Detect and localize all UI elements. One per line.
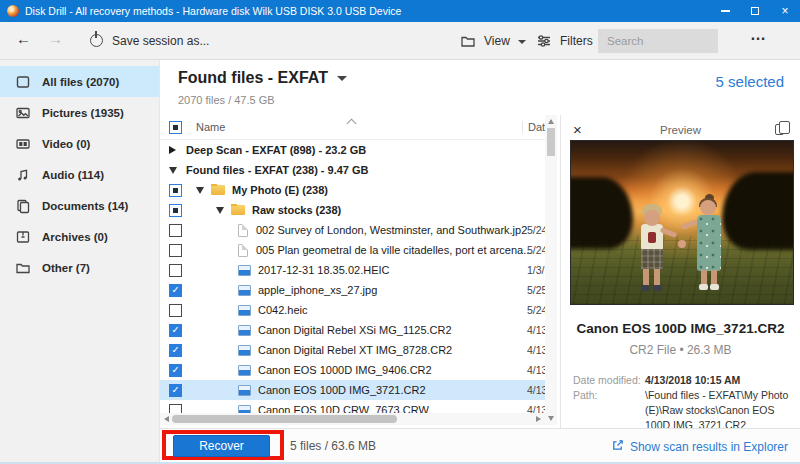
sidebar-item-archives[interactable]: Archives (0) — [0, 221, 159, 252]
row-checkbox[interactable] — [169, 304, 182, 317]
sidebar-item-label: Archives (0) — [42, 231, 108, 243]
save-session-button[interactable]: Save session as... — [112, 34, 209, 48]
save-session-icon[interactable] — [90, 34, 103, 47]
filters-button[interactable]: Filters — [560, 34, 593, 48]
main-panel: Found files - EXFAT 2070 files / 47.5 GB… — [160, 60, 800, 464]
row-checkbox[interactable] — [169, 404, 182, 414]
file-row[interactable]: Found files - EXFAT (238) - 9.47 GB — [160, 160, 545, 180]
sidebar-item-video[interactable]: Video (0) — [0, 128, 159, 159]
file-name-cell: 2017-12-31 18.35.02.HEIC — [186, 264, 545, 276]
row-checkbox[interactable] — [169, 184, 182, 197]
scroll-right-icon[interactable] — [536, 416, 541, 422]
sidebar-item-pictures[interactable]: Pictures (1935) — [0, 97, 159, 128]
horizontal-scrollbar-thumb[interactable] — [172, 415, 397, 423]
close-button[interactable]: × — [770, 0, 800, 22]
toolbar: ← → Save session as... View Filters … — [0, 22, 800, 60]
minimize-button[interactable] — [710, 0, 740, 22]
all-files-icon — [14, 73, 31, 90]
more-options-button[interactable]: … — [750, 26, 767, 44]
file-row[interactable]: Raw stocks (238) — [160, 200, 545, 220]
file-name: Canon EOS 10D CRW_7673.CRW — [258, 404, 429, 413]
row-checkbox[interactable] — [169, 224, 182, 237]
file-row[interactable]: Canon EOS 10D CRW_7673.CRW4/13 — [160, 400, 545, 413]
horizontal-scrollbar[interactable] — [160, 413, 545, 425]
file-row[interactable]: My Photo (E) (238) — [160, 180, 545, 200]
doc-file-icon — [238, 224, 248, 237]
column-header-name[interactable]: Name — [196, 121, 225, 133]
sort-caret-icon — [347, 119, 357, 129]
image-file-icon — [238, 305, 251, 316]
expander-icon[interactable] — [169, 146, 176, 154]
file-date: 4/13 — [527, 404, 545, 413]
row-checkbox[interactable] — [169, 204, 182, 217]
folder-icon — [231, 205, 245, 215]
file-row[interactable]: Deep Scan - EXFAT (898) - 23.2 GB — [160, 140, 545, 160]
file-name-cell: Canon Digital Rebel XT IMG_8728.CR2 — [186, 344, 545, 356]
row-checkbox[interactable] — [169, 244, 182, 257]
popout-preview-icon[interactable] — [775, 124, 784, 135]
photo-child-left — [634, 204, 670, 292]
file-date: 5/24 — [527, 224, 545, 236]
file-name: 005 Plan geometral de la ville citadelle… — [256, 244, 532, 256]
scroll-left-icon[interactable] — [164, 416, 169, 422]
show-in-explorer-link[interactable]: Show scan results in Explorer — [611, 429, 788, 464]
recover-button[interactable]: Recover — [173, 435, 270, 457]
file-row[interactable]: 002 Survey of London, Westminster, and S… — [160, 220, 545, 240]
file-name-cell: C042.heic — [186, 304, 545, 316]
row-checkbox[interactable]: ✓ — [169, 384, 182, 397]
file-row[interactable]: C042.heic5/24 — [160, 300, 545, 320]
vertical-scrollbar[interactable] — [545, 115, 557, 425]
file-name-cell: Deep Scan - EXFAT (898) - 23.2 GB — [186, 144, 545, 156]
row-checkbox[interactable]: ✓ — [169, 284, 182, 297]
maximize-button[interactable] — [740, 0, 770, 22]
sidebar-item-other[interactable]: Other (7) — [0, 252, 159, 283]
file-name-cell: Canon Digital Rebel XSi MG_1125.CR2 — [186, 324, 545, 336]
file-row[interactable]: ✓Canon EOS 100D IMG_3721.CR24/13 — [160, 380, 545, 400]
file-name: Raw stocks (238) — [252, 204, 341, 216]
sidebar-item-all-files[interactable]: All files (2070) — [0, 66, 159, 97]
expander-icon[interactable] — [216, 207, 224, 214]
expander-icon[interactable] — [169, 167, 177, 174]
row-checkbox[interactable]: ✓ — [169, 344, 182, 357]
scroll-up-icon[interactable] — [548, 119, 554, 124]
file-row[interactable]: ✓Canon Digital Rebel XSi MG_1125.CR24/13 — [160, 320, 545, 340]
file-row[interactable]: ✓apple_iphone_xs_27.jpg5/25 — [160, 280, 545, 300]
image-file-icon — [238, 385, 251, 396]
selected-count: 5 selected — [716, 73, 784, 90]
file-row[interactable]: 2017-12-31 18.35.02.HEIC1/3/ — [160, 260, 545, 280]
row-gutter — [160, 264, 186, 277]
preview-file-name: Canon EOS 100D IMG_3721.CR2 — [561, 321, 800, 336]
image-file-icon — [238, 325, 251, 336]
preview-file-info: CR2 File • 26.3 MB — [561, 343, 800, 357]
row-checkbox[interactable]: ✓ — [169, 364, 182, 377]
file-name-cell: Canon EOS 100D IMG_3721.CR2 — [186, 384, 545, 396]
sidebar-item-documents[interactable]: Documents (14) — [0, 190, 159, 221]
pictures-icon — [14, 104, 31, 121]
sidebar-item-label: Documents (14) — [42, 200, 128, 212]
file-date: 4/13 — [527, 364, 545, 376]
minimize-icon — [721, 10, 730, 12]
scan-source-title[interactable]: Found files - EXFAT — [178, 69, 347, 87]
sidebar-item-audio[interactable]: Audio (114) — [0, 159, 159, 190]
archives-icon — [14, 228, 31, 245]
chevron-down-icon — [518, 40, 526, 44]
row-checkbox[interactable] — [169, 264, 182, 277]
select-all-checkbox[interactable] — [169, 121, 182, 134]
file-row[interactable]: ✓Canon EOS 1000D IMG_9406.CR24/13 — [160, 360, 545, 380]
folder-icon — [211, 185, 225, 195]
vertical-scrollbar-thumb[interactable] — [547, 128, 555, 156]
scroll-down-icon[interactable] — [548, 416, 554, 421]
row-checkbox[interactable]: ✓ — [169, 324, 182, 337]
file-date: 4/13 — [527, 344, 545, 356]
file-row[interactable]: 005 Plan geometral de la ville citadelle… — [160, 240, 545, 260]
disk-drill-app-icon — [7, 5, 19, 17]
view-dropdown[interactable]: View — [484, 34, 510, 48]
disk-drill-window: Disk Drill - All recovery methods - Hard… — [0, 0, 800, 464]
row-gutter — [160, 204, 186, 217]
search-input[interactable] — [598, 29, 718, 53]
path-value: \Found files - EXFAT\My Photo (E)\Raw st… — [645, 388, 795, 433]
file-row[interactable]: ✓Canon Digital Rebel XT IMG_8728.CR24/13 — [160, 340, 545, 360]
file-name-cell: apple_iphone_xs_27.jpg — [186, 284, 545, 296]
back-button[interactable]: ← — [16, 30, 31, 47]
expander-icon[interactable] — [196, 187, 204, 194]
